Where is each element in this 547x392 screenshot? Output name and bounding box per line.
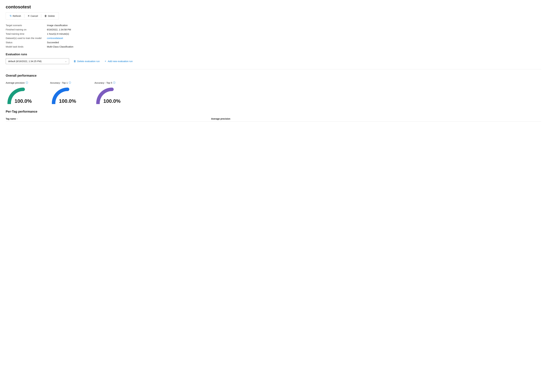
table-column-header: Average precision	[211, 116, 541, 121]
delete-eval-run-button[interactable]: 🗑 Delete evaluation run	[73, 59, 100, 64]
gauge-value: 100.0%	[6, 98, 41, 104]
gauge-label-text: Average precision	[6, 81, 25, 84]
delete-eval-run-label: Delete evaluation run	[77, 60, 100, 63]
plus-icon: ＋	[104, 60, 107, 63]
gauge-arc-wrapper: 100.0%	[6, 86, 41, 104]
toolbar-divider-2	[41, 14, 41, 18]
add-eval-run-label: Add new evaluation run	[108, 60, 133, 63]
info-value: 1 hour(s) 8 minute(s)	[47, 33, 541, 35]
cancel-icon: ✕	[27, 14, 30, 17]
eval-runs-title: Evaluation runs	[6, 53, 541, 56]
gauge-item: Average precisionⓘ100.0%	[6, 81, 41, 104]
gauge-label: Average precisionⓘ	[6, 81, 28, 84]
gauge-item: Accuracy - Top 5ⓘ100.0%	[95, 81, 129, 104]
info-icon[interactable]: ⓘ	[69, 81, 71, 84]
cancel-label: Cancel	[31, 14, 38, 17]
eval-runs-dropdown-value: default (6/16/2022, 1:34:25 PM)	[8, 60, 41, 63]
info-value: 6/16/2022, 1:34:58 PM	[47, 28, 541, 31]
gauge-arc-wrapper: 100.0%	[50, 86, 85, 104]
info-icon[interactable]: ⓘ	[26, 81, 28, 84]
refresh-icon: ↻	[10, 14, 12, 17]
refresh-button[interactable]: ↻ Refresh	[7, 13, 23, 18]
gauge-label-text: Accuracy - Top 1	[50, 81, 68, 84]
toolbar: ↻ Refresh ✕ Cancel 🗑 Delete	[6, 12, 59, 20]
info-label: Total training time	[6, 33, 47, 35]
overall-perf-title: Overall performance	[6, 74, 541, 77]
refresh-label: Refresh	[13, 14, 21, 17]
info-label: Dataset(s) used to train the model	[6, 37, 47, 40]
gauge-value: 100.0%	[95, 98, 129, 104]
info-icon[interactable]: ⓘ	[113, 81, 116, 84]
per-tag-title: Per-Tag performance	[6, 110, 541, 113]
delete-label: Delete	[48, 14, 55, 17]
info-label: Target scenario	[6, 24, 47, 27]
gauge-label: Accuracy - Top 1ⓘ	[50, 81, 71, 84]
per-tag-table: Tag name ↑Average precision	[6, 116, 541, 121]
info-value: Multi-Class Classification	[47, 45, 541, 48]
trash-icon-eval: 🗑	[74, 60, 76, 63]
info-label: Finished training on	[6, 28, 47, 31]
info-value: Succeeded	[47, 41, 541, 44]
trash-icon: 🗑	[44, 14, 47, 17]
eval-runs-dropdown[interactable]: default (6/16/2022, 1:34:25 PM) ⌄	[6, 58, 69, 64]
info-label: Status	[6, 41, 47, 44]
info-label: Model task kinds	[6, 45, 47, 48]
info-value[interactable]: contosodataset	[47, 37, 541, 40]
eval-actions: 🗑 Delete evaluation run ＋ Add new evalua…	[73, 59, 133, 64]
gauge-label: Accuracy - Top 5ⓘ	[95, 81, 116, 84]
add-eval-run-button[interactable]: ＋ Add new evaluation run	[103, 59, 133, 64]
table-column-header[interactable]: Tag name ↑	[6, 116, 211, 121]
info-value: Image classification	[47, 24, 541, 27]
chevron-down-icon: ⌄	[65, 60, 67, 62]
separator	[6, 69, 541, 69]
gauge-value: 100.0%	[50, 98, 85, 104]
eval-runs-row: default (6/16/2022, 1:34:25 PM) ⌄ 🗑 Dele…	[6, 58, 541, 64]
info-grid: Target scenarioImage classificationFinis…	[6, 24, 541, 48]
cancel-button[interactable]: ✕ Cancel	[25, 13, 40, 18]
page-title: contosotest	[6, 4, 541, 9]
delete-button[interactable]: 🗑 Delete	[42, 14, 57, 18]
gauge-label-text: Accuracy - Top 5	[95, 81, 112, 84]
gauge-arc-wrapper: 100.0%	[95, 86, 129, 104]
gauges-row: Average precisionⓘ100.0%Accuracy - Top 1…	[6, 81, 541, 104]
gauge-item: Accuracy - Top 1ⓘ100.0%	[50, 81, 85, 104]
